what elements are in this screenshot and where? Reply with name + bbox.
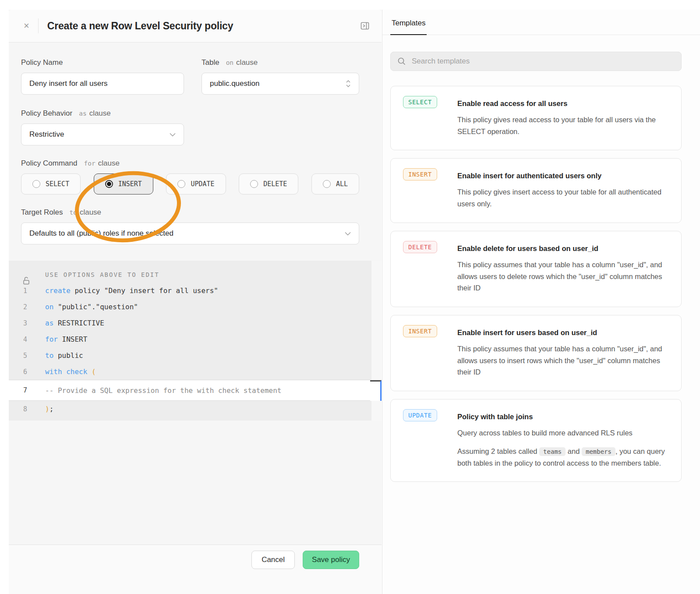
command-field-group: Policy Command for clause SELECTINSERTUP…: [21, 159, 359, 194]
code-line-7[interactable]: 7-- Provide a SQL expression for the wit…: [9, 380, 382, 401]
close-icon[interactable]: ×: [22, 19, 31, 32]
editor-cursor-marker: [370, 380, 382, 401]
expand-right-panel-icon[interactable]: [360, 21, 370, 31]
behavior-field-group: Policy Behavior as clause Restrictive: [21, 109, 359, 145]
template-card[interactable]: INSERTEnable insert for authenticated us…: [390, 158, 682, 223]
code-line-8: 8);: [9, 401, 382, 417]
template-card[interactable]: INSERTEnable insert for users based on u…: [390, 315, 682, 391]
policy-name-input[interactable]: [21, 73, 184, 95]
operation-badge: DELETE: [403, 241, 437, 253]
badge-column: INSERT: [403, 170, 457, 216]
save-policy-button[interactable]: Save policy: [303, 551, 359, 569]
command-option-update[interactable]: UPDATE: [166, 173, 226, 194]
roles-clause-keyword: to: [69, 209, 77, 216]
tab-templates[interactable]: Templates: [390, 19, 427, 35]
code-text: as RESTRICTIVE: [41, 319, 104, 327]
radio-icon: [32, 180, 40, 188]
command-option-label: DELETE: [263, 180, 287, 188]
clause-word: clause: [89, 109, 111, 118]
template-description: This policy assumes that your table has …: [457, 343, 670, 378]
command-option-label: UPDATE: [191, 180, 214, 188]
operation-badge: SELECT: [403, 96, 437, 108]
create-policy-panel: × Create a new Row Level Security policy…: [9, 10, 382, 594]
template-title: Enable insert for authenticated users on…: [457, 172, 670, 180]
operation-badge: UPDATE: [403, 409, 437, 421]
code-text: for INSERT: [41, 335, 87, 343]
behavior-select[interactable]: Restrictive: [21, 124, 184, 145]
template-description: Assuming 2 tables called teams and membe…: [457, 446, 670, 469]
inline-code-chip: members: [582, 447, 615, 456]
templates-tabbar: Templates: [382, 10, 700, 35]
code-text: with check (: [41, 368, 96, 376]
code-text: );: [41, 405, 53, 413]
line-number: 2: [9, 303, 41, 311]
template-body: Enable insert for authenticated users on…: [457, 170, 670, 216]
template-description: This policy gives insert access to your …: [457, 186, 670, 209]
table-select[interactable]: public.question: [202, 73, 359, 95]
sql-code-editor[interactable]: USE OPTIONS ABOVE TO EDIT 1create policy…: [9, 261, 382, 421]
code-text: to public: [41, 351, 83, 360]
clause-word: clause: [80, 208, 101, 217]
template-body: Enable insert for users based on user_id…: [457, 327, 670, 385]
operation-badge: INSERT: [403, 168, 437, 180]
line-number: 1: [9, 287, 41, 295]
code-text: create policy "Deny insert for all users…: [41, 286, 218, 295]
badge-column: UPDATE: [403, 411, 457, 475]
header-divider: [38, 18, 39, 33]
cancel-button[interactable]: Cancel: [251, 551, 295, 569]
template-description: Query across tables to build more advanc…: [457, 427, 670, 439]
template-title: Enable read access for all users: [457, 99, 670, 108]
radio-icon: [250, 180, 258, 188]
code-line-4: 4for INSERT: [9, 331, 382, 347]
template-body: Policy with table joinsQuery across tabl…: [457, 411, 670, 475]
badge-column: INSERT: [403, 327, 457, 385]
search-templates-input[interactable]: [412, 57, 675, 66]
chevron-down-icon: [345, 232, 351, 236]
search-icon: [397, 57, 406, 66]
editor-locked-note-row: USE OPTIONS ABOVE TO EDIT: [9, 267, 382, 283]
operation-badge: INSERT: [403, 325, 437, 337]
target-roles-select[interactable]: Defaults to all (public) roles if none s…: [21, 223, 359, 244]
panel-footer: Cancel Save policy: [9, 544, 382, 594]
badge-column: SELECT: [403, 98, 457, 144]
line-number: 3: [9, 319, 41, 327]
policy-name-label: Policy Name: [21, 58, 63, 67]
code-line-1: 1create policy "Deny insert for all user…: [9, 283, 382, 299]
command-option-insert[interactable]: INSERT: [94, 173, 153, 194]
template-card[interactable]: DELETEEnable delete for users based on u…: [390, 231, 682, 307]
template-title: Enable delete for users based on user_id: [457, 244, 670, 253]
chevron-up-down-icon: [346, 79, 351, 88]
chevron-down-icon: [170, 133, 176, 137]
radio-icon: [177, 180, 185, 188]
search-box[interactable]: [390, 52, 682, 71]
code-line-5: 5to public: [9, 347, 382, 364]
policy-form: Policy Name Table on clause public.quest…: [9, 42, 382, 244]
template-description: This policy gives read access to your ta…: [457, 114, 670, 137]
template-title: Enable insert for users based on user_id: [457, 329, 670, 337]
behavior-clause-keyword: as: [79, 110, 86, 117]
code-line-2: 2on "public"."question": [9, 299, 382, 315]
command-option-label: INSERT: [118, 180, 142, 188]
command-option-delete[interactable]: DELETE: [239, 173, 298, 194]
template-card[interactable]: UPDATEPolicy with table joinsQuery acros…: [390, 399, 682, 482]
command-option-select[interactable]: SELECT: [21, 173, 81, 194]
policy-name-field-group: Policy Name: [21, 58, 184, 95]
behavior-label: Policy Behavior: [21, 109, 72, 118]
command-option-label: ALL: [336, 180, 348, 188]
code-line-3: 3as RESTRICTIVE: [9, 315, 382, 331]
code-text: -- Provide a SQL expression for the with…: [41, 386, 281, 395]
roles-label: Target Roles: [21, 208, 63, 217]
template-card[interactable]: SELECTEnable read access for all usersTh…: [390, 86, 682, 150]
panel-header: × Create a new Row Level Security policy: [9, 10, 382, 42]
command-clause-keyword: for: [84, 160, 95, 167]
line-number: 6: [9, 368, 41, 376]
clause-word: clause: [98, 159, 120, 168]
code-line-6: 6with check (: [9, 364, 382, 380]
clause-word: clause: [236, 58, 258, 67]
line-number: 8: [9, 405, 41, 413]
inline-code-chip: teams: [539, 447, 566, 456]
table-label: Table: [202, 58, 219, 67]
roles-field-group: Target Roles to clause Defaults to all (…: [21, 208, 359, 244]
command-option-all[interactable]: ALL: [311, 173, 359, 194]
page-title: Create a new Row Level Security policy: [47, 20, 233, 32]
